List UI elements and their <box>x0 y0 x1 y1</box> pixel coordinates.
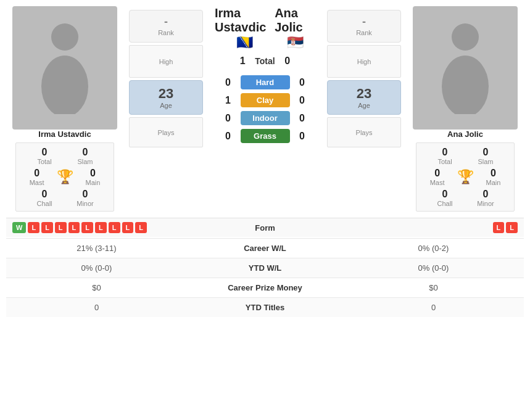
total-label: Total <box>255 56 275 66</box>
right-mast-value: 0 <box>434 168 440 179</box>
left-record-grid: 0 Total 0 Slam <box>21 147 109 165</box>
stat-right-3: 0 <box>349 303 518 312</box>
left-main-value: 0 <box>90 168 96 179</box>
left-plays-card: Plays <box>129 117 203 147</box>
hard-row: 0 Hard 0 <box>209 75 321 89</box>
stat-left-0: 21% (3-11) <box>12 244 181 253</box>
form-badge-l: L <box>81 222 93 233</box>
left-player-photo <box>12 6 117 130</box>
stat-row-1: 0% (0-0)YTD W/L0% (0-0) <box>6 258 524 278</box>
stat-right-0: 0% (0-2) <box>349 244 518 253</box>
left-flag: 🇧🇦 <box>236 35 253 51</box>
hard-left-score: 0 <box>222 77 234 88</box>
right-rank-value: - <box>331 15 397 28</box>
form-badge-l: L <box>28 222 39 233</box>
left-mast-label: Mast <box>30 179 44 186</box>
bottom-section: WLLLLLLLLL Form LL 21% (3-11)Career W/L0… <box>0 218 530 317</box>
stat-center-1: YTD W/L <box>181 263 349 273</box>
indoor-right-score: 0 <box>296 113 308 124</box>
stats-rows: 21% (3-11)Career W/L0% (0-2)0% (0-0)YTD … <box>6 238 524 317</box>
left-player-name-center: Irma Ustavdic <box>215 6 275 35</box>
left-total-item: 0 Total <box>27 147 62 165</box>
left-player-name: Irma Ustavdic <box>38 130 91 139</box>
form-badge-l: L <box>95 222 107 233</box>
right-flag: 🇷🇸 <box>287 35 304 51</box>
indoor-row: 0 Indoor 0 <box>209 111 321 125</box>
clay-right-score: 0 <box>296 95 308 106</box>
stat-left-1: 0% (0-0) <box>12 263 181 273</box>
stat-row-0: 21% (3-11)Career W/L0% (0-2) <box>6 238 524 258</box>
left-rank-value: - <box>133 15 199 28</box>
form-badge-w: W <box>12 222 26 233</box>
stat-center-2: Career Prize Money <box>181 283 349 292</box>
right-main-item: 0 Main <box>486 168 501 186</box>
left-age-label: Age <box>133 102 199 109</box>
svg-point-3 <box>442 56 489 114</box>
right-mast-item: 0 Mast <box>430 168 445 186</box>
right-minor-value: 0 <box>483 189 489 200</box>
stat-row-2: $0Career Prize Money$0 <box>6 278 524 297</box>
right-minor-item: 0 Minor <box>468 189 503 207</box>
left-record-section: 0 Total 0 Slam 0 Mast 🏆 0 <box>15 142 114 212</box>
left-mast-item: 0 Mast <box>30 168 44 186</box>
right-chall-item: 0 Chall <box>428 189 462 207</box>
right-trophy-icon: 🏆 <box>457 169 474 185</box>
right-rank-label: Rank <box>356 29 372 36</box>
right-chall-label: Chall <box>437 200 452 207</box>
left-mast-value: 0 <box>34 168 39 179</box>
left-main-label: Main <box>86 179 101 186</box>
right-high-card: High <box>327 45 401 78</box>
clay-row: 1 Clay 0 <box>209 93 321 107</box>
left-trophy-icon: 🏆 <box>57 169 73 185</box>
right-stats-cards: - Rank High 23 Age Plays <box>324 10 404 150</box>
right-plays-card: Plays <box>327 117 401 147</box>
right-age-card: 23 Age <box>327 80 401 115</box>
right-age-value: 23 <box>331 86 397 102</box>
left-rank-card: - Rank <box>129 10 203 43</box>
right-player-column: Ana Jolic 0 Total 0 Slam 0 Mast <box>407 6 524 212</box>
right-high-label: High <box>357 58 371 65</box>
right-plays-label: Plays <box>356 129 373 136</box>
grass-left-score: 0 <box>222 131 234 142</box>
left-trophy-row: 0 Mast 🏆 0 Main <box>21 168 109 186</box>
left-high-label: High <box>159 58 173 65</box>
stat-left-2: $0 <box>12 283 181 292</box>
left-main-item: 0 Main <box>86 168 101 186</box>
right-record-section: 0 Total 0 Slam 0 Mast 🏆 0 <box>416 142 515 212</box>
right-rank-card: - Rank <box>327 10 401 43</box>
top-area: Irma Ustavdic 0 Total 0 Slam 0 M <box>0 0 530 212</box>
indoor-left-score: 0 <box>222 113 234 124</box>
left-high-card: High <box>129 45 203 78</box>
svg-point-2 <box>452 23 479 51</box>
form-row: WLLLLLLLLL Form LL <box>6 218 524 237</box>
form-badge-l: L <box>122 222 134 233</box>
form-badge-l: L <box>68 222 80 233</box>
form-badge-l: L <box>506 222 518 233</box>
left-minor-label: Minor <box>77 200 94 207</box>
form-label: Form <box>181 223 349 233</box>
left-age-card: 23 Age <box>129 80 203 115</box>
left-slam-value: 0 <box>83 147 88 158</box>
stat-center-3: YTD Titles <box>181 303 349 312</box>
stat-center-0: Career W/L <box>181 244 349 253</box>
right-form-badges: LL <box>349 222 518 233</box>
right-player-name-center: Ana Jolic <box>275 6 315 35</box>
stat-row-3: 0YTD Titles0 <box>6 297 524 317</box>
main-container: Irma Ustavdic 0 Total 0 Slam 0 M <box>0 0 530 317</box>
left-minor-value: 0 <box>83 189 88 200</box>
svg-point-0 <box>51 23 78 51</box>
right-record-grid: 0 Total 0 Slam <box>421 147 509 165</box>
left-chall-value: 0 <box>42 189 48 200</box>
center-column: Irma Ustavdic 🇧🇦 Ana Jolic 🇷🇸 1 Total 0 … <box>209 6 321 147</box>
left-chall-item: 0 Chall <box>27 189 62 207</box>
right-age-label: Age <box>331 102 397 109</box>
right-total-item: 0 Total <box>428 147 462 165</box>
left-chall-label: Chall <box>36 200 52 207</box>
grass-row: 0 Grass 0 <box>209 129 321 143</box>
form-badge-l: L <box>41 222 53 233</box>
total-row: 1 Total 0 <box>236 56 293 67</box>
right-slam-label: Slam <box>478 158 493 165</box>
left-record-grid-2: 0 Chall 0 Minor <box>21 189 109 207</box>
stat-right-2: $0 <box>349 283 518 292</box>
left-plays-label: Plays <box>158 129 175 136</box>
